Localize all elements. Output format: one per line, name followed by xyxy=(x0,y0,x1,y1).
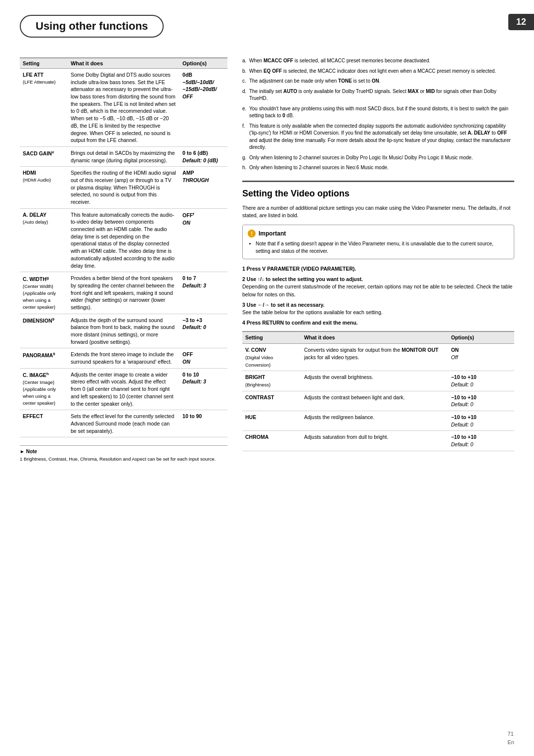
setting-name: EFFECT xyxy=(23,413,43,419)
table-row: HDMI(HDMI Audio)Specifies the routing of… xyxy=(20,167,227,208)
note-item: When MCACC OFF is selected, all MCACC pr… xyxy=(242,57,514,65)
option-secondary: THROUGH xyxy=(182,177,209,183)
table-cell-option: 0 to 10Default: 3 xyxy=(179,368,227,410)
setting-sub: (Auto delay) xyxy=(23,219,48,225)
important-title: ! Important xyxy=(248,229,509,238)
option-secondary: Default: 0 xyxy=(182,324,206,330)
important-list: Note that if a setting doesn't appear in… xyxy=(248,240,509,255)
setting-sub: (LFE Attenuate) xyxy=(23,79,56,85)
table-cell-option: −3 to +3Default: 0 xyxy=(179,314,227,348)
note-item: You shouldn't have any problems using th… xyxy=(242,105,514,120)
section-divider xyxy=(242,181,514,182)
note-item: The initially set AUTO is only available… xyxy=(242,88,514,102)
table-cell-option: 0dB−5dB/−10dB/ −15dB/−20dB/ OFF xyxy=(179,69,227,147)
notes-list: When MCACC OFF is selected, all MCACC pr… xyxy=(242,57,514,172)
setting-name: DIMENSION9 xyxy=(23,318,54,324)
table-cell-setting: A. DELAY(Auto delay) xyxy=(20,208,68,272)
right-column: When MCACC OFF is selected, all MCACC pr… xyxy=(242,57,514,463)
video-cell-setting: CHROMA xyxy=(242,431,301,451)
page-lang: En xyxy=(508,739,514,745)
table-cell-setting: DIMENSION9 xyxy=(20,314,68,348)
table-cell-what: Some Dolby Digital and DTS audio sources… xyxy=(68,69,179,147)
bottom-note: ► Note 1 Brightness, Contrast, Hue, Chro… xyxy=(20,445,227,462)
setting-name: C. IMAGEh xyxy=(23,372,49,378)
bottom-note-item: 1 Brightness, Contrast, Hue, Chroma, Res… xyxy=(20,456,227,462)
step-item: 1Press V PARAMETER (VIDEO PARAMETER). xyxy=(242,265,514,273)
vcol-header-setting: Setting xyxy=(242,331,301,344)
option-secondary: ON xyxy=(182,220,190,226)
video-cell-what: Adjusts the red/green balance. xyxy=(301,411,448,431)
table-cell-what: Brings out detail in SACDs by maximizing… xyxy=(68,146,179,166)
video-cell-setting: HUE xyxy=(242,411,301,431)
step-instruction: Use ←/→ to set it as necessary. xyxy=(247,302,324,308)
important-box: ! Important Note that if a setting doesn… xyxy=(242,225,514,259)
page-footer: 71 En xyxy=(508,730,514,746)
video-option-secondary: Off xyxy=(451,354,458,360)
table-cell-setting: PANORAMA9 xyxy=(20,348,68,368)
table-cell-setting: EFFECT xyxy=(20,410,68,437)
option-secondary: Default: 0 (dB) xyxy=(182,157,218,163)
table-cell-setting: C. IMAGEh(Center Image) (Applicable only… xyxy=(20,368,68,410)
video-option-primary: ON xyxy=(451,347,459,353)
video-setting-name: CONTRAST xyxy=(245,394,274,400)
settings-table: Setting What it does Option(s) LFE ATT(L… xyxy=(20,57,227,437)
video-setting-name: HUE xyxy=(245,414,256,420)
note-items: 1 Brightness, Contrast, Hue, Chroma, Res… xyxy=(20,456,227,462)
note-item: Only when listening to 2-channel sources… xyxy=(242,164,514,172)
table-row: EFFECTSets the effect level for the curr… xyxy=(20,410,227,437)
left-column: Setting What it does Option(s) LFE ATT(L… xyxy=(20,57,227,463)
page-badge: 12 xyxy=(508,14,534,30)
table-cell-what: Provides a better blend of the front spe… xyxy=(68,272,179,314)
table-cell-what: Adjusts the depth of the surround sound … xyxy=(68,314,179,348)
table-cell-what: Adjusts the center image to create a wid… xyxy=(68,368,179,410)
table-row: PANORAMA9Extends the front stereo image … xyxy=(20,348,227,368)
setting-sub: (Center Image) (Applicable only when usi… xyxy=(23,379,56,406)
video-setting-name: BRIGHT xyxy=(245,374,265,380)
setting-name: LFE ATT xyxy=(23,72,44,78)
video-table-row: CONTRASTAdjusts the contrast between lig… xyxy=(242,391,514,411)
table-cell-setting: C. WIDTHg(Center Width) (Applicable only… xyxy=(20,272,68,314)
step-instruction: Press V PARAMETER (VIDEO PARAMETER). xyxy=(247,266,356,272)
video-option-primary: −10 to +10 xyxy=(451,374,476,380)
option-primary: 0dB xyxy=(182,72,192,78)
main-content: Setting What it does Option(s) LFE ATT(L… xyxy=(20,57,514,463)
option-secondary: Default: 3 xyxy=(182,283,206,288)
video-table-row: CHROMAAdjusts saturation from dull to br… xyxy=(242,431,514,451)
setting-sub: (Center Width) (Applicable only when usi… xyxy=(23,284,56,310)
step-item: 3Use ←/→ to set it as necessary.See the … xyxy=(242,301,514,316)
step-number: 2 xyxy=(242,276,245,282)
step-instruction: Press RETURN to confirm and exit the men… xyxy=(247,320,358,326)
video-section-title: Setting the Video options xyxy=(242,187,514,200)
setting-name: HDMI xyxy=(23,170,36,176)
table-cell-option: OFFON xyxy=(179,348,227,368)
video-cell-option: −10 to +10Default: 0 xyxy=(448,411,514,431)
option-primary: OFF xyxy=(182,351,193,357)
vcol-header-options: Option(s) xyxy=(448,331,514,344)
option-primary: 0 to 10 xyxy=(182,372,199,378)
setting-name: PANORAMA9 xyxy=(23,352,55,358)
col-header-setting: Setting xyxy=(20,58,68,69)
option-primary: 0 to 7 xyxy=(182,275,196,281)
video-intro: There are a number of additional picture… xyxy=(242,204,514,220)
table-cell-what: This feature automatically corrects the … xyxy=(68,208,179,272)
option-primary: −3 to +3 xyxy=(182,317,202,323)
col-header-what: What it does xyxy=(68,58,179,69)
table-cell-option: AMPTHROUGH xyxy=(179,167,227,208)
important-label: Important xyxy=(259,229,286,238)
table-row: LFE ATT(LFE Attenuate)Some Dolby Digital… xyxy=(20,69,227,147)
note-item: When EQ OFF is selected, the MCACC indic… xyxy=(242,68,514,75)
note-title: ► Note xyxy=(20,449,227,454)
video-table-row: V. CONV(Digital Video Conversion)Convert… xyxy=(242,344,514,371)
setting-name: SACD GAINe xyxy=(23,150,54,156)
page-title: Using other functions xyxy=(36,20,148,33)
video-option-secondary: Default: 0 xyxy=(451,381,473,387)
note-item: Only when listening to 2-channel sources… xyxy=(242,154,514,162)
step-instruction: Use ↑/↓ to select the setting you want t… xyxy=(247,276,363,282)
note-icon: ► Note xyxy=(20,449,37,454)
video-cell-option: −10 to +10Default: 0 xyxy=(448,431,514,451)
table-cell-what: Extends the front stereo image to includ… xyxy=(68,348,179,368)
important-item: Note that if a setting doesn't appear in… xyxy=(256,240,509,255)
video-option-secondary: Default: 0 xyxy=(451,422,473,427)
note-item: This feature is only available when the … xyxy=(242,123,514,151)
video-cell-setting: BRIGHT(Brightness) xyxy=(242,371,301,391)
